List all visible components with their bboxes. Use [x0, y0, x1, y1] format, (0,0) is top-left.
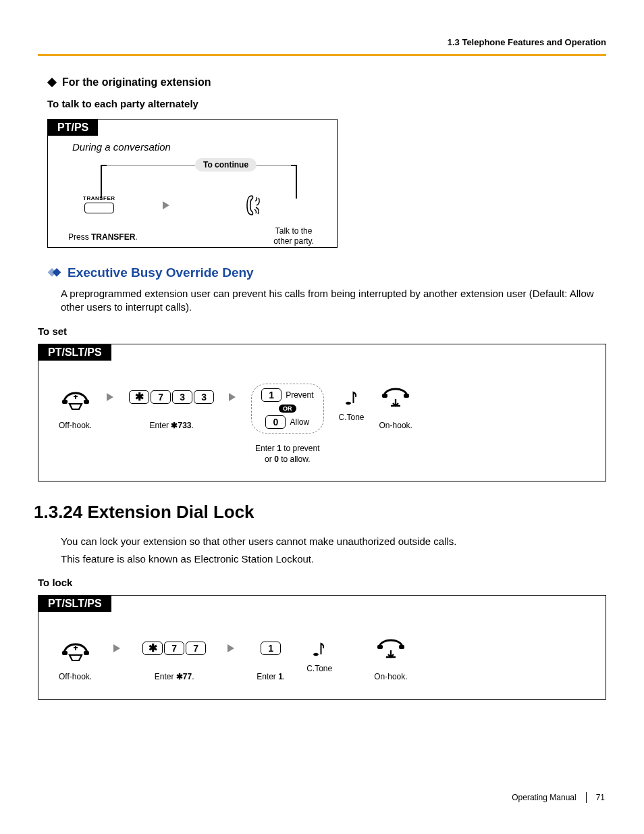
page-header: 1.3 Telephone Features and Operation [38, 37, 606, 56]
transfer-button-graphic: TRANSFER [83, 195, 115, 215]
breadcrumb: 1.3 Telephone Features and Operation [448, 37, 606, 47]
or-pill: OR [279, 405, 296, 413]
double-diamond-icon [47, 268, 62, 278]
box-tag: PT/PS [48, 120, 98, 136]
press-transfer-caption: Press TRANSFER. [68, 232, 138, 242]
continue-bubble: To continue [195, 158, 257, 172]
star-key-icon: ✱ [129, 390, 149, 404]
talk-other-party-caption: Talk to theother party. [273, 226, 314, 247]
step-prevent-allow: 1Prevent OR 0Allow Enter 1 to prevent or… [251, 384, 323, 465]
triangle-icon [227, 635, 235, 653]
page-footer: Operating Manual 71 [512, 792, 605, 803]
svg-rect-6 [53, 268, 61, 277]
svg-rect-4 [47, 78, 57, 87]
page-number: 71 [596, 793, 605, 802]
exec-busy-description: A preprogrammed extension user can preve… [38, 287, 606, 315]
step-onhook: On-hook. [379, 384, 412, 431]
step-offhook: Off-hook. [59, 635, 92, 682]
to-lock-label: To lock [38, 577, 606, 588]
step-ctone: C.Tone [339, 384, 365, 423]
step-offhook: Off-hook. [59, 384, 92, 431]
procedure-box-toset: PT/SLT/PS Off-hook. ✱ 7 3 3 Enter ✱733. [38, 344, 606, 481]
manual-name: Operating Manual [512, 793, 576, 802]
step-onhook: On-hook. [374, 635, 407, 682]
section-title-originating: For the originating extension [38, 76, 606, 88]
handset-talk-icon [244, 193, 265, 217]
dial-lock-desc-1: You can lock your extension so that othe… [38, 535, 606, 548]
triangle-icon [107, 384, 114, 402]
procedure-box-ptps: PT/PS During a conversation To continue … [47, 119, 338, 248]
to-set-label: To set [38, 325, 606, 337]
box-tag: PT/SLT/PS [38, 596, 111, 612]
offhook-icon [59, 384, 92, 411]
box-tag: PT/SLT/PS [38, 344, 111, 361]
step-ctone: C.Tone [306, 635, 332, 674]
during-conversation-note: During a conversation [48, 136, 337, 153]
subtitle-talk-alternately: To talk to each party alternately [38, 98, 606, 109]
onhook-icon [379, 384, 412, 411]
loop-arrow: To continue [101, 158, 296, 174]
triangle-icon [229, 384, 236, 402]
star-key-icon: ✱ [142, 642, 163, 655]
triangle-icon [163, 201, 170, 210]
section-title-exec-busy: Executive Busy Override Deny [38, 265, 606, 280]
triangle-icon [113, 635, 121, 653]
step-enter-77: ✱ 7 7 Enter ✱77. [142, 635, 206, 682]
step-enter-1: 1 Enter 1. [257, 635, 285, 682]
note-icon [306, 635, 332, 662]
onhook-icon [374, 635, 407, 662]
procedure-box-tolock: PT/SLT/PS Off-hook. ✱ 7 7 Enter ✱77. 1 [38, 595, 606, 699]
dial-lock-desc-2: This feature is also known as Electronic… [38, 552, 606, 566]
offhook-icon [59, 635, 92, 662]
note-icon [339, 384, 365, 411]
step-enter-733: ✱ 7 3 3 Enter ✱733. [129, 384, 214, 431]
section-title-ext-dial-lock: 1.3.24 Extension Dial Lock [34, 502, 606, 523]
diamond-icon [47, 78, 57, 87]
